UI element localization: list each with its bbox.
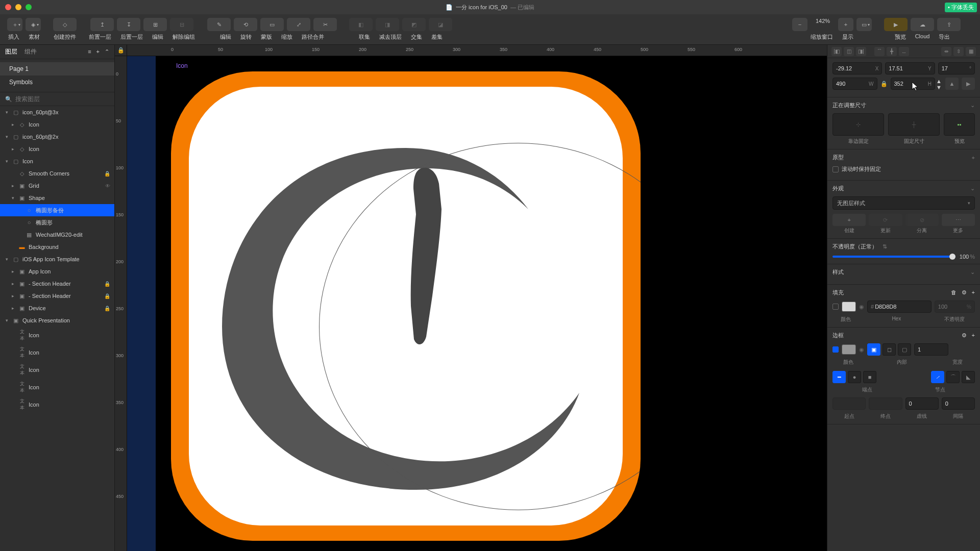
- chevron-down-icon[interactable]: ⌄: [970, 185, 975, 192]
- layer-oval[interactable]: 椭圆形: [36, 219, 53, 227]
- join-miter-button[interactable]: ⟋: [931, 371, 944, 383]
- layer-icon3[interactable]: Icon: [29, 367, 39, 373]
- lock-aspect-icon[interactable]: 🔒: [880, 81, 888, 87]
- zoom-value[interactable]: 142%: [811, 18, 835, 31]
- style-create-button[interactable]: +: [832, 214, 866, 226]
- chevron-down-icon[interactable]: ⌄: [970, 102, 975, 109]
- align-left-button[interactable]: |◧: [831, 47, 842, 56]
- height-step-down[interactable]: ▼: [936, 84, 942, 90]
- lock-icon[interactable]: 🔒: [104, 281, 110, 287]
- hidden-icon[interactable]: 👁: [105, 183, 110, 189]
- y-input[interactable]: [889, 65, 928, 71]
- trash-icon[interactable]: 🗑: [951, 289, 957, 296]
- cap-square-button[interactable]: ■: [863, 371, 876, 383]
- layer-sech2[interactable]: - Section Header: [29, 293, 71, 299]
- search-input[interactable]: [15, 95, 109, 103]
- fill-hex-input[interactable]: [875, 304, 928, 310]
- canvas[interactable]: 🔒 050100150200250300350400450500550600 0…: [115, 45, 827, 551]
- ruler-vertical[interactable]: 050100150200250300350400450: [115, 56, 127, 551]
- gear-icon[interactable]: ⚙: [962, 289, 967, 296]
- border-color-swatch[interactable]: [842, 344, 856, 355]
- add-fill-icon[interactable]: +: [972, 289, 975, 296]
- lock-icon[interactable]: 🔒: [104, 171, 110, 177]
- layer-quick[interactable]: Quick Presentation: [22, 317, 70, 323]
- lock-icon[interactable]: 🔒: [104, 293, 110, 299]
- join-bevel-button[interactable]: ◣: [962, 371, 975, 383]
- fill-color-swatch[interactable]: [842, 302, 856, 312]
- chevron-down-icon[interactable]: ⌄: [970, 269, 975, 276]
- subtract-button[interactable]: ◨: [376, 18, 399, 31]
- layer-appicon[interactable]: App Icon: [29, 268, 51, 274]
- border-width-input[interactable]: [918, 346, 945, 353]
- add-border-icon[interactable]: +: [972, 332, 975, 339]
- artboard[interactable]: [171, 71, 641, 541]
- view-button[interactable]: ▭: [856, 18, 872, 31]
- tab-components[interactable]: 组件: [24, 47, 37, 56]
- lock-icon[interactable]: 🔒: [104, 306, 110, 311]
- layer-smooth[interactable]: Smooth Corners: [29, 170, 69, 177]
- end-arrow-input[interactable]: [872, 400, 898, 407]
- layer-icon1[interactable]: Icon: [29, 332, 39, 338]
- layer-img[interactable]: WechatIMG20-edit: [36, 232, 83, 238]
- layer-icon4[interactable]: Icon: [29, 384, 39, 390]
- layer-ab2[interactable]: icon_60pt@2x: [22, 134, 59, 140]
- pin-control[interactable]: ⊹: [832, 113, 884, 136]
- align-vcenter-button[interactable]: ╋: [887, 47, 897, 56]
- border-inside-button[interactable]: ◻: [883, 343, 896, 356]
- eyedropper-icon[interactable]: ◉: [859, 304, 864, 310]
- border-outside-button[interactable]: ▢: [898, 343, 911, 356]
- export-button[interactable]: ⇪: [937, 18, 961, 31]
- height-step-up[interactable]: ▲: [936, 78, 942, 84]
- dist-v-button[interactable]: ⇳: [953, 47, 964, 56]
- layer-template[interactable]: iOS App Icon Template: [22, 256, 80, 262]
- style-detach-button[interactable]: ⊘: [905, 214, 939, 226]
- create-symbol-button[interactable]: ◇: [53, 18, 77, 31]
- cap-butt-button[interactable]: ━: [832, 371, 846, 383]
- edit-group-button[interactable]: ⊞: [143, 18, 167, 31]
- border-center-button[interactable]: ▣: [867, 343, 880, 356]
- add-prototype-icon[interactable]: +: [972, 155, 975, 161]
- join-round-button[interactable]: ⌒: [946, 371, 960, 383]
- style-update-button[interactable]: ⟳: [869, 214, 902, 226]
- fill-opacity-input[interactable]: [938, 304, 967, 310]
- layer-style-select[interactable]: 无图层样式: [832, 196, 975, 210]
- scale-button[interactable]: ⤢: [287, 18, 310, 31]
- collapse-icon[interactable]: ⌃: [105, 48, 109, 55]
- layer-grid[interactable]: Grid: [29, 183, 39, 189]
- eyedropper-icon[interactable]: ◉: [859, 346, 864, 353]
- insert-button[interactable]: ＋: [7, 18, 22, 31]
- gap-input[interactable]: [945, 400, 971, 407]
- pencil-button[interactable]: ✎: [207, 18, 231, 31]
- chevron-updown-icon[interactable]: ⇅: [883, 243, 887, 250]
- start-arrow-input[interactable]: [836, 400, 862, 407]
- resize-preview[interactable]: ▪▪: [944, 113, 975, 136]
- layer-ab2-icon[interactable]: Icon: [29, 146, 39, 152]
- backward-button[interactable]: ↧: [117, 18, 140, 31]
- layer-shape[interactable]: Shape: [29, 195, 45, 201]
- artboard-name[interactable]: Icon: [176, 62, 188, 69]
- layer-ab1[interactable]: icon_60pt@3x: [22, 109, 59, 115]
- opacity-value[interactable]: 100: [960, 254, 969, 260]
- minimize-window-button[interactable]: [15, 4, 21, 10]
- layer-bg[interactable]: Background: [29, 244, 59, 250]
- align-hcenter-button[interactable]: ◫: [844, 47, 854, 56]
- layer-sech1[interactable]: - Section Header: [29, 281, 71, 287]
- border-enable-checkbox[interactable]: [832, 346, 839, 353]
- ungroup-button[interactable]: ⊟: [170, 18, 193, 31]
- align-top-button[interactable]: ⎴: [874, 47, 885, 56]
- align-bottom-button[interactable]: ⎵: [899, 47, 909, 56]
- ruler-origin[interactable]: 🔒: [115, 45, 127, 56]
- page-item-symbols[interactable]: Symbols: [0, 76, 114, 89]
- fix-size-control[interactable]: ┼: [888, 113, 940, 136]
- layer-device[interactable]: Device: [29, 305, 46, 311]
- height-input[interactable]: [894, 81, 928, 87]
- layer-oval-copy[interactable]: 椭圆形备份: [36, 207, 64, 214]
- layer-icon5[interactable]: Icon: [29, 402, 39, 408]
- cloud-button[interactable]: ☁: [911, 18, 934, 31]
- align-right-button[interactable]: ◨|: [856, 47, 866, 56]
- flip-h-button[interactable]: ▲: [945, 78, 959, 90]
- tab-layers[interactable]: 图层: [5, 47, 17, 56]
- assets-button[interactable]: ◈: [26, 18, 41, 31]
- opacity-slider[interactable]: [832, 256, 955, 258]
- zoom-out-button[interactable]: −: [792, 18, 807, 31]
